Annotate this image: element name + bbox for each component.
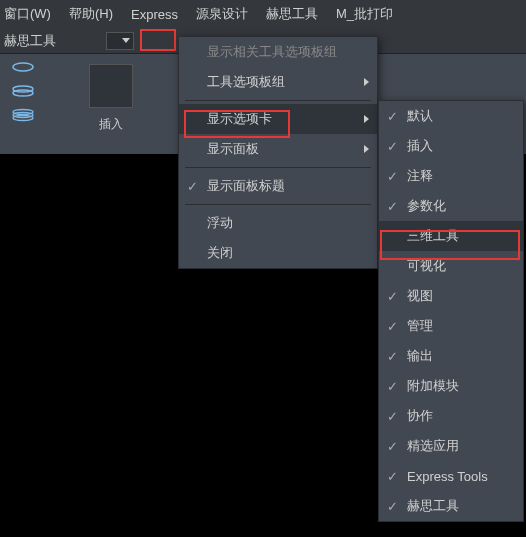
insert-label: 插入 [52,116,170,133]
menu-help[interactable]: 帮助(H) [69,5,113,23]
toolbar-dropdown[interactable] [106,32,134,50]
menu-label: 浮动 [207,214,233,232]
menu-show-tabs[interactable]: 显示选项卡 [179,104,377,134]
menu-label: 精选应用 [407,437,459,455]
menu-label: 显示面板 [207,140,259,158]
menu-express[interactable]: Express [131,7,178,22]
menu-label: 管理 [407,317,433,335]
check-icon: ✓ [387,409,398,424]
tab-hesi-tools[interactable]: ✓赫思工具 [379,491,523,521]
menu-label: 显示面板标题 [207,177,285,195]
menu-separator [185,167,371,168]
highlight-box-toolbar [140,29,176,51]
menu-hesi[interactable]: 赫思工具 [266,5,318,23]
tab-annotate[interactable]: ✓注释 [379,161,523,191]
tab-visualize[interactable]: 可视化 [379,251,523,281]
tab-addins[interactable]: ✓附加模块 [379,371,523,401]
chevron-right-icon [364,115,369,123]
svg-point-2 [13,90,33,96]
tab-insert[interactable]: ✓插入 [379,131,523,161]
submenu-show-tabs: ✓默认 ✓插入 ✓注释 ✓参数化 三维工具 可视化 ✓视图 ✓管理 ✓输出 ✓附… [378,100,524,522]
menu-label: 可视化 [407,257,446,275]
check-icon: ✓ [387,319,398,334]
tab-parametric[interactable]: ✓参数化 [379,191,523,221]
menu-header: 显示相关工具选项板组 [179,37,377,67]
menu-label: 视图 [407,287,433,305]
menubar: 窗口(W) 帮助(H) Express 源泉设计 赫思工具 M_批打印 [0,0,526,28]
layer-icon-3[interactable] [11,108,35,122]
menu-label: 参数化 [407,197,446,215]
menu-show-panels[interactable]: 显示面板 [179,134,377,164]
check-icon: ✓ [387,379,398,394]
menu-label: 协作 [407,407,433,425]
menu-show-panel-titles[interactable]: ✓ 显示面板标题 [179,171,377,201]
menu-label: 注释 [407,167,433,185]
menu-separator [185,204,371,205]
menu-label: 赫思工具 [407,497,459,515]
menu-label: 默认 [407,107,433,125]
menu-close[interactable]: 关闭 [179,238,377,268]
menu-batch-print[interactable]: M_批打印 [336,5,393,23]
layer-icon-1[interactable] [11,60,35,74]
tab-output[interactable]: ✓输出 [379,341,523,371]
tab-view[interactable]: ✓视图 [379,281,523,311]
menu-tool-palette-group[interactable]: 工具选项板组 [179,67,377,97]
check-icon: ✓ [387,169,398,184]
tab-collaborate[interactable]: ✓协作 [379,401,523,431]
chevron-right-icon [364,78,369,86]
menu-yuanquan[interactable]: 源泉设计 [196,5,248,23]
menu-window[interactable]: 窗口(W) [4,5,51,23]
menu-float[interactable]: 浮动 [179,208,377,238]
menu-label: 显示选项卡 [207,110,272,128]
check-icon: ✓ [387,469,398,484]
tab-featured-apps[interactable]: ✓精选应用 [379,431,523,461]
menu-label: 工具选项板组 [207,73,285,91]
menu-label: 关闭 [207,244,233,262]
insert-preview-icon[interactable] [89,64,133,108]
check-icon: ✓ [387,199,398,214]
check-icon: ✓ [387,139,398,154]
menu-label: Express Tools [407,469,488,484]
tab-express-tools[interactable]: ✓Express Tools [379,461,523,491]
layer-icon-2[interactable] [11,84,35,98]
ribbon-insert-panel: 插入 [46,54,176,154]
check-icon: ✓ [387,439,398,454]
menu-label: 三维工具 [407,227,459,245]
menu-label: 插入 [407,137,433,155]
menu-label: 附加模块 [407,377,459,395]
check-icon: ✓ [387,109,398,124]
chevron-right-icon [364,145,369,153]
tab-3d-tools[interactable]: 三维工具 [379,221,523,251]
menu-label: 输出 [407,347,433,365]
context-menu-ribbon: 显示相关工具选项板组 工具选项板组 显示选项卡 显示面板 ✓ 显示面板标题 浮动… [178,36,378,269]
check-icon: ✓ [387,499,398,514]
svg-point-0 [13,63,33,71]
check-icon: ✓ [387,289,398,304]
check-icon: ✓ [387,349,398,364]
caret-down-icon [122,38,130,43]
ribbon-layer-panel [0,54,46,154]
check-icon: ✓ [187,179,198,194]
menu-separator [185,100,371,101]
toolbar-label: 赫思工具 [4,32,56,50]
tab-default[interactable]: ✓默认 [379,101,523,131]
tab-manage[interactable]: ✓管理 [379,311,523,341]
